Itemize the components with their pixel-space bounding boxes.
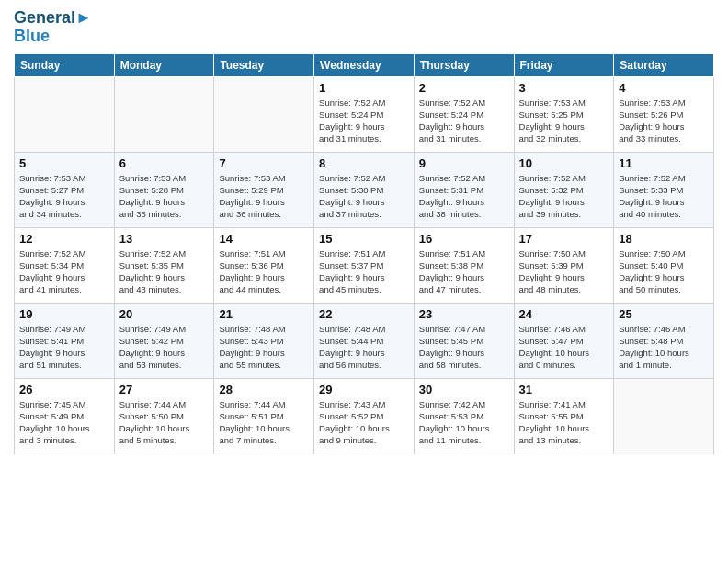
day-number: 1 xyxy=(319,81,409,95)
day-number: 15 xyxy=(319,232,409,246)
week-row-0: 1Sunrise: 7:52 AM Sunset: 5:24 PM Daylig… xyxy=(15,76,714,152)
day-number: 22 xyxy=(319,307,409,321)
day-number: 14 xyxy=(219,232,309,246)
calendar-cell: 25Sunrise: 7:46 AM Sunset: 5:48 PM Dayli… xyxy=(614,303,714,378)
day-number: 17 xyxy=(519,232,609,246)
calendar-cell: 7Sunrise: 7:53 AM Sunset: 5:29 PM Daylig… xyxy=(214,152,314,227)
logo-blue: Blue xyxy=(14,28,92,46)
day-info: Sunrise: 7:52 AM Sunset: 5:24 PM Dayligh… xyxy=(419,97,509,145)
weekday-header-tuesday: Tuesday xyxy=(214,53,314,76)
calendar-cell: 23Sunrise: 7:47 AM Sunset: 5:45 PM Dayli… xyxy=(414,303,514,378)
day-number: 29 xyxy=(319,383,409,396)
day-number: 9 xyxy=(419,156,509,170)
day-number: 23 xyxy=(419,307,509,321)
day-number: 20 xyxy=(119,307,210,321)
calendar-cell: 11Sunrise: 7:52 AM Sunset: 5:33 PM Dayli… xyxy=(614,152,714,227)
calendar-cell: 12Sunrise: 7:52 AM Sunset: 5:34 PM Dayli… xyxy=(15,227,115,303)
calendar-cell: 10Sunrise: 7:52 AM Sunset: 5:32 PM Dayli… xyxy=(514,152,614,227)
day-info: Sunrise: 7:53 AM Sunset: 5:27 PM Dayligh… xyxy=(19,172,109,221)
calendar-cell xyxy=(15,76,115,152)
day-info: Sunrise: 7:52 AM Sunset: 5:33 PM Dayligh… xyxy=(619,172,709,221)
week-row-2: 12Sunrise: 7:52 AM Sunset: 5:34 PM Dayli… xyxy=(15,227,714,303)
day-info: Sunrise: 7:47 AM Sunset: 5:45 PM Dayligh… xyxy=(419,323,509,372)
day-info: Sunrise: 7:48 AM Sunset: 5:43 PM Dayligh… xyxy=(219,323,309,372)
day-number: 24 xyxy=(519,307,609,321)
calendar-cell: 18Sunrise: 7:50 AM Sunset: 5:40 PM Dayli… xyxy=(614,227,714,303)
weekday-header-saturday: Saturday xyxy=(614,53,714,76)
day-number: 4 xyxy=(619,81,709,95)
day-info: Sunrise: 7:53 AM Sunset: 5:26 PM Dayligh… xyxy=(619,97,709,145)
day-info: Sunrise: 7:41 AM Sunset: 5:55 PM Dayligh… xyxy=(519,398,609,447)
day-info: Sunrise: 7:51 AM Sunset: 5:38 PM Dayligh… xyxy=(419,247,509,296)
calendar-cell: 4Sunrise: 7:53 AM Sunset: 5:26 PM Daylig… xyxy=(614,76,714,152)
day-number: 3 xyxy=(519,81,609,95)
calendar-cell xyxy=(214,76,314,152)
weekday-header-row: SundayMondayTuesdayWednesdayThursdayFrid… xyxy=(15,53,714,76)
day-info: Sunrise: 7:45 AM Sunset: 5:49 PM Dayligh… xyxy=(19,398,109,447)
day-number: 11 xyxy=(619,156,709,170)
calendar-cell: 9Sunrise: 7:52 AM Sunset: 5:31 PM Daylig… xyxy=(414,152,514,227)
calendar-cell xyxy=(614,378,714,454)
calendar-cell: 8Sunrise: 7:52 AM Sunset: 5:30 PM Daylig… xyxy=(314,152,415,227)
calendar-cell: 21Sunrise: 7:48 AM Sunset: 5:43 PM Dayli… xyxy=(214,303,314,378)
calendar-cell xyxy=(114,76,214,152)
weekday-header-friday: Friday xyxy=(514,53,614,76)
week-row-1: 5Sunrise: 7:53 AM Sunset: 5:27 PM Daylig… xyxy=(15,152,714,227)
day-info: Sunrise: 7:43 AM Sunset: 5:52 PM Dayligh… xyxy=(319,398,409,447)
calendar-cell: 1Sunrise: 7:52 AM Sunset: 5:24 PM Daylig… xyxy=(314,76,415,152)
calendar-cell: 22Sunrise: 7:48 AM Sunset: 5:44 PM Dayli… xyxy=(314,303,415,378)
calendar-cell: 27Sunrise: 7:44 AM Sunset: 5:50 PM Dayli… xyxy=(114,378,214,454)
day-number: 31 xyxy=(519,383,609,396)
day-info: Sunrise: 7:44 AM Sunset: 5:51 PM Dayligh… xyxy=(219,398,309,447)
day-info: Sunrise: 7:52 AM Sunset: 5:31 PM Dayligh… xyxy=(419,172,509,221)
day-info: Sunrise: 7:44 AM Sunset: 5:50 PM Dayligh… xyxy=(119,398,210,447)
calendar-cell: 28Sunrise: 7:44 AM Sunset: 5:51 PM Dayli… xyxy=(214,378,314,454)
day-number: 12 xyxy=(19,232,109,246)
weekday-header-wednesday: Wednesday xyxy=(314,53,415,76)
logo: General► Blue xyxy=(14,9,92,46)
weekday-header-thursday: Thursday xyxy=(414,53,514,76)
day-info: Sunrise: 7:50 AM Sunset: 5:40 PM Dayligh… xyxy=(619,247,709,296)
logo-text: General► xyxy=(14,9,92,28)
day-info: Sunrise: 7:46 AM Sunset: 5:48 PM Dayligh… xyxy=(619,323,709,372)
day-info: Sunrise: 7:46 AM Sunset: 5:47 PM Dayligh… xyxy=(519,323,609,372)
day-info: Sunrise: 7:52 AM Sunset: 5:35 PM Dayligh… xyxy=(119,247,210,296)
day-number: 19 xyxy=(19,307,109,321)
calendar-cell: 29Sunrise: 7:43 AM Sunset: 5:52 PM Dayli… xyxy=(314,378,415,454)
day-info: Sunrise: 7:53 AM Sunset: 5:25 PM Dayligh… xyxy=(519,97,609,145)
day-number: 21 xyxy=(219,307,309,321)
calendar-cell: 31Sunrise: 7:41 AM Sunset: 5:55 PM Dayli… xyxy=(514,378,614,454)
day-info: Sunrise: 7:48 AM Sunset: 5:44 PM Dayligh… xyxy=(319,323,409,372)
calendar-cell: 15Sunrise: 7:51 AM Sunset: 5:37 PM Dayli… xyxy=(314,227,415,303)
calendar-cell: 14Sunrise: 7:51 AM Sunset: 5:36 PM Dayli… xyxy=(214,227,314,303)
day-number: 2 xyxy=(419,81,509,95)
week-row-4: 26Sunrise: 7:45 AM Sunset: 5:49 PM Dayli… xyxy=(15,378,714,454)
day-number: 18 xyxy=(619,232,709,246)
day-info: Sunrise: 7:53 AM Sunset: 5:29 PM Dayligh… xyxy=(219,172,309,221)
day-info: Sunrise: 7:49 AM Sunset: 5:41 PM Dayligh… xyxy=(19,323,109,372)
calendar-cell: 13Sunrise: 7:52 AM Sunset: 5:35 PM Dayli… xyxy=(114,227,214,303)
day-info: Sunrise: 7:50 AM Sunset: 5:39 PM Dayligh… xyxy=(519,247,609,296)
day-number: 30 xyxy=(419,383,509,396)
day-info: Sunrise: 7:52 AM Sunset: 5:30 PM Dayligh… xyxy=(319,172,409,221)
day-number: 6 xyxy=(119,156,210,170)
weekday-header-monday: Monday xyxy=(114,53,214,76)
day-number: 13 xyxy=(119,232,210,246)
day-info: Sunrise: 7:49 AM Sunset: 5:42 PM Dayligh… xyxy=(119,323,210,372)
calendar-cell: 6Sunrise: 7:53 AM Sunset: 5:28 PM Daylig… xyxy=(114,152,214,227)
day-info: Sunrise: 7:42 AM Sunset: 5:53 PM Dayligh… xyxy=(419,398,509,447)
calendar-cell: 24Sunrise: 7:46 AM Sunset: 5:47 PM Dayli… xyxy=(514,303,614,378)
calendar-cell: 3Sunrise: 7:53 AM Sunset: 5:25 PM Daylig… xyxy=(514,76,614,152)
calendar-cell: 20Sunrise: 7:49 AM Sunset: 5:42 PM Dayli… xyxy=(114,303,214,378)
weekday-header-sunday: Sunday xyxy=(15,53,115,76)
calendar-cell: 2Sunrise: 7:52 AM Sunset: 5:24 PM Daylig… xyxy=(414,76,514,152)
day-info: Sunrise: 7:53 AM Sunset: 5:28 PM Dayligh… xyxy=(119,172,210,221)
calendar: SundayMondayTuesdayWednesdayThursdayFrid… xyxy=(14,53,714,454)
week-row-3: 19Sunrise: 7:49 AM Sunset: 5:41 PM Dayli… xyxy=(15,303,714,378)
calendar-cell: 26Sunrise: 7:45 AM Sunset: 5:49 PM Dayli… xyxy=(15,378,115,454)
day-number: 28 xyxy=(219,383,309,396)
day-number: 10 xyxy=(519,156,609,170)
calendar-cell: 5Sunrise: 7:53 AM Sunset: 5:27 PM Daylig… xyxy=(15,152,115,227)
day-number: 7 xyxy=(219,156,309,170)
calendar-cell: 16Sunrise: 7:51 AM Sunset: 5:38 PM Dayli… xyxy=(414,227,514,303)
